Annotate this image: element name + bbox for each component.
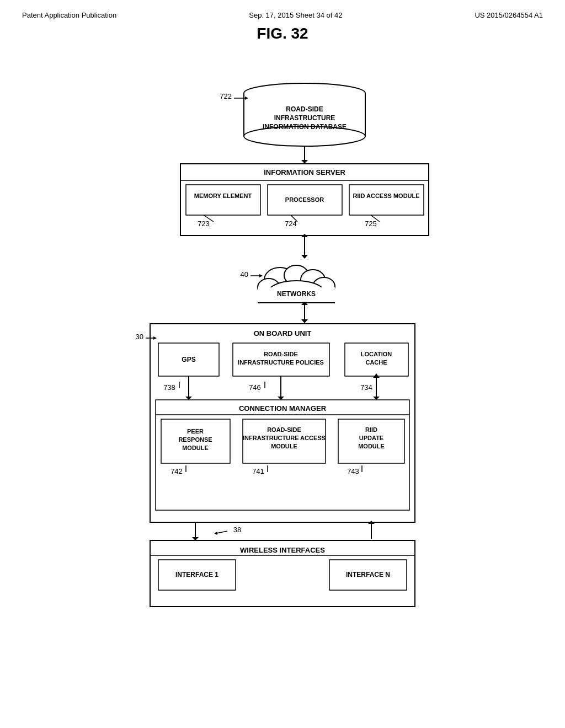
svg-text:742: 742	[170, 467, 183, 475]
svg-marker-12	[301, 160, 308, 164]
svg-text:INFORMATION DATABASE: INFORMATION DATABASE	[263, 123, 347, 131]
svg-rect-84	[338, 419, 404, 463]
svg-text:ROAD-SIDE: ROAD-SIDE	[264, 351, 298, 357]
svg-text:INFRASTRUCTURE: INFRASTRUCTURE	[274, 114, 335, 122]
svg-text:UPDATE: UPDATE	[359, 435, 383, 441]
svg-text:30: 30	[136, 333, 143, 341]
svg-text:38: 38	[233, 526, 241, 534]
svg-text:746: 746	[249, 383, 261, 392]
svg-text:RIID: RIID	[365, 426, 377, 433]
svg-text:722: 722	[220, 92, 232, 100]
svg-text:GPS: GPS	[182, 356, 195, 363]
svg-text:741: 741	[252, 467, 264, 475]
svg-text:724: 724	[285, 220, 297, 228]
svg-text:734: 734	[360, 383, 372, 392]
header-left: Patent Application Publication	[22, 11, 116, 19]
svg-text:MODULE: MODULE	[271, 443, 297, 449]
figure-title: FIG. 32	[22, 25, 543, 42]
svg-line-99	[216, 531, 227, 533]
page: Patent Application Publication Sep. 17, …	[0, 0, 565, 728]
svg-text:MEMORY ELEMENT: MEMORY ELEMENT	[194, 192, 252, 199]
diagram-svg: ROAD-SIDE INFRASTRUCTURE INFORMATION DAT…	[95, 59, 470, 666]
svg-rect-16	[186, 185, 260, 215]
svg-text:INTERFACE 1: INTERFACE 1	[175, 571, 218, 579]
diagram: ROAD-SIDE INFRASTRUCTURE INFORMATION DAT…	[95, 59, 470, 666]
svg-text:INFRASTRUCTURE ACCESS: INFRASTRUCTURE ACCESS	[243, 435, 326, 441]
svg-text:ON BOARD UNIT: ON BOARD UNIT	[254, 329, 312, 338]
svg-marker-44	[301, 319, 308, 323]
svg-text:ROAD-SIDE: ROAD-SIDE	[286, 105, 323, 113]
svg-text:PROCESSOR: PROCESSOR	[285, 196, 324, 203]
svg-text:NETWORKS: NETWORKS	[277, 290, 316, 298]
svg-text:WIRELESS INTERFACES: WIRELESS INTERFACES	[240, 546, 325, 554]
svg-text:RESPONSE: RESPONSE	[178, 436, 212, 443]
svg-text:738: 738	[163, 383, 175, 392]
svg-marker-100	[214, 532, 217, 535]
svg-text:LOCATION: LOCATION	[361, 351, 392, 357]
svg-text:CONNECTION MANAGER: CONNECTION MANAGER	[239, 404, 327, 413]
svg-text:723: 723	[198, 220, 210, 228]
svg-marker-29	[301, 255, 308, 259]
svg-text:CACHE: CACHE	[365, 359, 387, 366]
svg-text:PEER: PEER	[187, 428, 204, 435]
svg-marker-42	[259, 274, 263, 277]
header-center: Sep. 17, 2015 Sheet 34 of 42	[249, 11, 342, 19]
svg-text:40: 40	[241, 270, 248, 279]
svg-rect-80	[243, 419, 326, 463]
svg-text:INFRASTRUCTURE POLICIES: INFRASTRUCTURE POLICIES	[238, 359, 324, 366]
svg-text:725: 725	[365, 220, 377, 228]
svg-text:743: 743	[347, 467, 359, 475]
svg-text:INTERFACE N: INTERFACE N	[346, 571, 390, 579]
svg-text:ROAD-SIDE: ROAD-SIDE	[267, 426, 301, 433]
header-right: US 2015/0264554 A1	[475, 11, 543, 19]
svg-text:MODULE: MODULE	[358, 443, 385, 449]
svg-text:MODULE: MODULE	[182, 445, 209, 451]
page-header: Patent Application Publication Sep. 17, …	[22, 11, 543, 19]
svg-text:INFORMATION SERVER: INFORMATION SERVER	[264, 168, 345, 176]
svg-text:RIID ACCESS MODULE: RIID ACCESS MODULE	[353, 192, 419, 199]
svg-rect-20	[349, 185, 424, 215]
